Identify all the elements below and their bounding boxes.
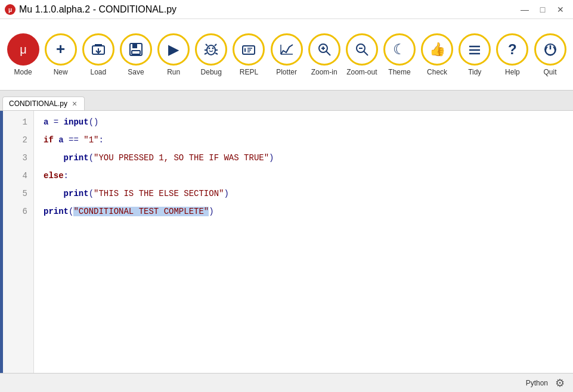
help-icon-circle: ? [496,33,528,66]
svg-text:μ: μ [20,43,27,56]
repl-label: REPL [240,68,258,76]
toolbar: μ Mode + New Load [0,19,573,91]
load-icon [90,41,107,58]
new-label: New [54,68,68,76]
mode-button[interactable]: μ Mode [5,25,41,85]
new-icon-circle: + [45,33,77,66]
titlebar-title: Mu 1.1.0.alpha.2 - CONDITIONAL.py [19,4,176,15]
tab-close-button[interactable]: × [71,99,78,108]
statusbar: Python ⚙ [0,373,573,392]
theme-button[interactable]: ☾ Theme [381,25,417,85]
code-area[interactable]: a = input() if a == "1": print("YOU PRES… [34,111,573,373]
line-num-4: 4 [23,167,27,185]
code-line-4: else: [44,167,573,185]
code-line-5: print("THIS IS THE ELSE SECTION") [44,185,573,203]
zoom-out-label: Zoom-out [346,68,377,76]
check-icon: 👍 [429,42,445,57]
titlebar-left: μ Mu 1.1.0.alpha.2 - CONDITIONAL.py [5,4,176,15]
help-icon: ? [508,41,517,58]
mu-logo-icon: μ [5,4,16,15]
theme-label: Theme [388,68,410,76]
run-icon: ▶ [168,41,179,58]
load-icon-circle [82,33,114,66]
close-button[interactable]: ✕ [553,4,568,15]
debug-label: Debug [201,68,222,76]
line-num-6: 6 [23,203,27,220]
check-button[interactable]: 👍 Check [419,25,456,85]
run-button[interactable]: ▶ Run [156,25,192,85]
tab-filename: CONDITIONAL.py [9,99,67,108]
tidy-label: Tidy [468,68,481,76]
debug-icon-circle [195,33,227,66]
save-icon [128,41,144,58]
titlebar: μ Mu 1.1.0.alpha.2 - CONDITIONAL.py — □ … [0,0,573,19]
repl-icon-circle [233,33,265,66]
save-icon-circle [120,33,152,66]
theme-icon-circle: ☾ [383,33,416,66]
maximize-button[interactable]: □ [535,4,550,15]
debug-button[interactable]: Debug [193,25,230,85]
svg-line-28 [364,51,368,55]
load-label: Load [91,68,107,76]
zoom-out-icon-circle [346,33,378,66]
svg-point-9 [209,47,210,49]
line-num-1: 1 [23,113,27,131]
mode-icon: μ [7,33,39,66]
file-tab[interactable]: CONDITIONAL.py × [2,97,85,110]
help-button[interactable]: ? Help [494,25,531,85]
svg-point-8 [207,45,215,55]
zoom-in-icon-circle [308,33,340,66]
save-button[interactable]: Save [117,25,154,85]
run-icon-circle: ▶ [157,33,190,66]
svg-point-10 [212,47,214,49]
code-line-3: print("YOU PRESSED 1, SO THE IF WAS TRUE… [44,149,573,167]
check-label: Check [427,68,447,76]
line-num-5: 5 [23,185,27,203]
code-line-2: if a == "1": [44,131,573,149]
left-accent-bar [0,111,3,373]
minimize-button[interactable]: — [517,4,532,15]
save-label: Save [128,68,144,76]
run-label: Run [167,68,180,76]
zoom-in-button[interactable]: Zoom-in [306,25,342,85]
code-line-6: print("CONDITIONAL TEST COMPLETE") [44,203,573,220]
zoom-out-icon [354,41,370,58]
zoom-in-icon [316,41,333,58]
quit-button[interactable]: Quit [532,25,568,85]
tidy-button[interactable]: Tidy [457,25,493,85]
tidy-icon-circle [459,33,491,66]
status-mode-label: Python [526,379,548,387]
editor-area: 1 2 3 4 5 6 a = input() if a == "1": pri… [0,111,573,373]
svg-rect-6 [132,43,137,48]
quit-icon-circle [534,33,566,66]
quit-icon [542,41,559,58]
titlebar-controls: — □ ✕ [517,4,568,15]
line-numbers: 1 2 3 4 5 6 [3,111,34,373]
mode-label: Mode [14,68,32,76]
plotter-button[interactable]: Plotter [268,25,305,85]
quit-label: Quit [544,68,557,76]
svg-line-13 [205,53,207,54]
zoom-out-button[interactable]: Zoom-out [343,25,380,85]
theme-icon: ☾ [393,41,406,58]
svg-text:μ: μ [8,7,12,13]
repl-icon [240,41,257,58]
tidy-icon [466,41,483,58]
line-num-2: 2 [23,131,27,149]
mode-snake-icon: μ [14,41,32,58]
repl-button[interactable]: REPL [231,25,267,85]
check-icon-circle: 👍 [421,33,453,66]
load-button[interactable]: Load [80,25,116,85]
tabs-bar: CONDITIONAL.py × [0,91,573,111]
svg-line-25 [326,51,330,55]
debug-icon [203,41,219,58]
settings-gear-button[interactable]: ⚙ [553,376,567,390]
svg-rect-7 [132,51,140,54]
plotter-label: Plotter [276,68,297,76]
plotter-icon-circle [271,33,303,66]
plotter-icon [278,41,295,58]
line-num-3: 3 [23,149,27,167]
new-button[interactable]: + New [42,25,79,85]
code-line-1: a = input() [44,113,573,131]
svg-line-14 [215,53,218,54]
